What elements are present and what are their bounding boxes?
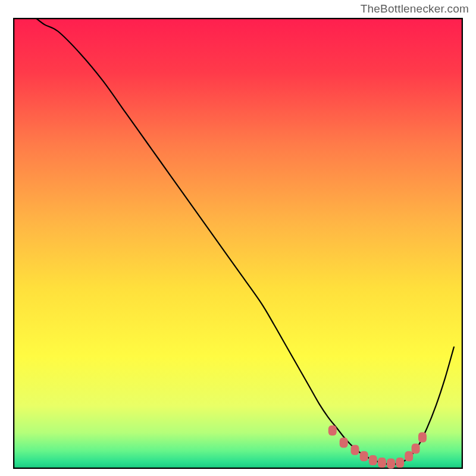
marker — [360, 451, 368, 461]
chart-background — [13, 18, 463, 469]
marker — [405, 451, 413, 461]
marker — [418, 432, 427, 442]
marker — [369, 455, 377, 465]
marker — [328, 425, 337, 436]
attribution-label: TheBottlenecker.com — [361, 2, 469, 15]
marker — [378, 458, 386, 468]
marker — [412, 443, 420, 453]
chart-container: TheBottlenecker.com — [0, 0, 476, 476]
marker — [351, 445, 359, 455]
marker — [387, 458, 395, 468]
chart-svg — [13, 18, 463, 469]
marker — [396, 458, 404, 468]
chart-plot — [13, 18, 463, 469]
marker — [340, 438, 348, 448]
